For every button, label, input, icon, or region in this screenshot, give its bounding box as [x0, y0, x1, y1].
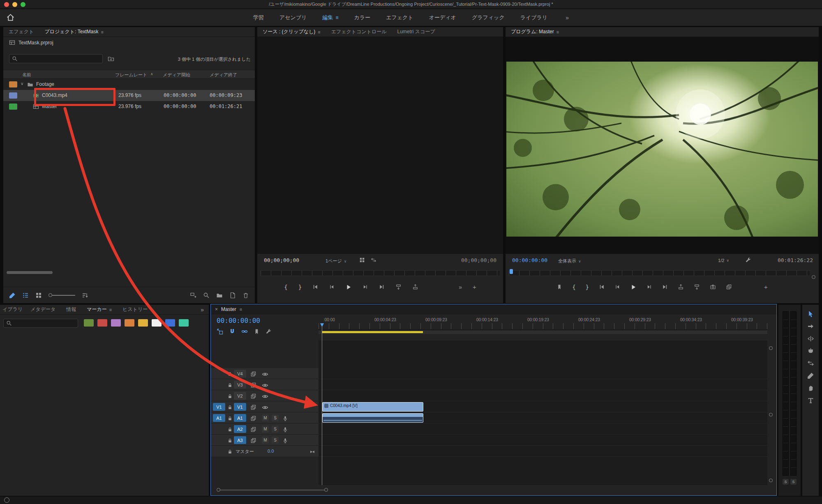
markers-panel-menu-icon[interactable]: ≡: [109, 307, 112, 312]
add-marker-button[interactable]: [556, 284, 562, 290]
step-forward-button[interactable]: [647, 284, 652, 290]
type-tool-icon[interactable]: [807, 397, 814, 404]
program-scrubber[interactable]: [509, 270, 810, 276]
slip-tool-icon[interactable]: [807, 360, 814, 367]
track-name-v2[interactable]: V2: [234, 392, 246, 400]
track-name-a2[interactable]: A2: [234, 425, 246, 433]
meter-solo-right-button[interactable]: S: [790, 479, 797, 485]
track-header-a3[interactable]: A3 M S: [211, 435, 319, 446]
create-bin-from-search-icon[interactable]: [108, 55, 114, 62]
comparison-view-icon[interactable]: [726, 284, 732, 290]
find-icon[interactable]: [203, 292, 210, 299]
automate-to-sequence-icon[interactable]: [190, 292, 196, 299]
solo-button[interactable]: S: [272, 437, 279, 444]
lock-icon[interactable]: [227, 403, 233, 411]
toggle-track-output-eye-icon[interactable]: [262, 392, 268, 400]
lift-button[interactable]: [678, 284, 684, 290]
track-area-bottom-handle[interactable]: [769, 479, 773, 482]
tab-lumetri-scopes[interactable]: Lumetri スコープ: [392, 28, 440, 35]
workspace-tab-assembly[interactable]: アセンブリ: [279, 14, 307, 21]
work-area-bar[interactable]: [319, 331, 767, 334]
sync-lock-icon[interactable]: [250, 370, 256, 377]
workspace-tab-audio[interactable]: オーディオ: [429, 14, 456, 21]
timeline-panel-menu-icon[interactable]: ≡: [240, 307, 242, 312]
toggle-track-output-eye-icon[interactable]: [262, 381, 268, 389]
source-page-dropdown[interactable]: 1ページ ∨: [326, 258, 346, 264]
sync-lock-icon[interactable]: [250, 392, 256, 400]
workspace-tab-color[interactable]: カラー: [354, 14, 371, 21]
transport-overflow-button[interactable]: »: [459, 284, 462, 290]
tab-metadata[interactable]: メタデータ: [25, 306, 61, 313]
video-track-height-handle[interactable]: [769, 346, 773, 350]
workspace-tab-effects[interactable]: エフェクト: [386, 14, 413, 21]
lock-icon[interactable]: [227, 381, 233, 389]
close-sequence-icon[interactable]: ×: [215, 306, 218, 312]
markers-search-input[interactable]: [3, 319, 78, 328]
project-row-footage[interactable]: ∨ Footage: [3, 79, 255, 90]
program-panel-menu-icon[interactable]: ≡: [556, 30, 559, 35]
track-select-forward-tool-icon[interactable]: [807, 323, 814, 330]
timeline-settings-wrench-icon[interactable]: [266, 329, 272, 335]
mute-button[interactable]: M: [262, 414, 269, 421]
track-header-master[interactable]: マスター 0.0: [211, 446, 319, 457]
tab-effects[interactable]: エフェクト: [3, 28, 39, 35]
source-patch-v1[interactable]: V1: [213, 403, 225, 411]
go-to-in-button[interactable]: [312, 284, 319, 290]
track-header-v3[interactable]: V3: [211, 379, 319, 390]
program-scrubber-handle[interactable]: [812, 275, 815, 279]
project-panel-menu-icon[interactable]: ≡: [101, 30, 103, 35]
label-color-chip[interactable]: [9, 104, 17, 110]
voiceover-record-mic-icon[interactable]: [282, 426, 288, 433]
sync-lock-icon[interactable]: [250, 381, 256, 389]
workspace-tab-graphics[interactable]: グラフィック: [472, 14, 505, 21]
item-name[interactable]: Master: [42, 104, 57, 109]
lock-icon[interactable]: [227, 370, 233, 377]
track-header-a1[interactable]: A1 A1 M S: [211, 412, 319, 423]
track-name-a1[interactable]: A1: [234, 414, 246, 422]
solo-button[interactable]: S: [272, 426, 279, 433]
sync-lock-icon[interactable]: [250, 403, 256, 411]
snap-magnet-icon[interactable]: [229, 328, 236, 335]
timeline-audio-clip[interactable]: [322, 413, 423, 423]
timeline-video-clip[interactable]: C0043.mp4 [V]: [322, 402, 423, 412]
zoom-scrollbar-left-handle[interactable]: [217, 488, 220, 492]
playhead-line[interactable]: [322, 326, 322, 485]
go-to-out-button[interactable]: [379, 284, 385, 290]
track-header-a2[interactable]: A2 M S: [211, 423, 319, 435]
source-display-grid-icon[interactable]: [359, 257, 365, 263]
program-playhead[interactable]: [510, 269, 513, 274]
hand-tool-icon[interactable]: [807, 384, 814, 391]
zoom-slider[interactable]: [48, 293, 75, 297]
track-name-v1[interactable]: V1: [234, 403, 246, 411]
insert-button[interactable]: [395, 284, 402, 290]
clear-trash-icon[interactable]: [242, 292, 249, 299]
step-forward-button[interactable]: [363, 284, 368, 290]
column-name[interactable]: 名前: [22, 72, 31, 78]
source-panel-menu-icon[interactable]: ≡: [318, 30, 320, 35]
column-framerate[interactable]: フレームレート: [115, 72, 147, 78]
go-to-in-button[interactable]: [599, 284, 605, 290]
markers-tabs-overflow-button[interactable]: »: [201, 306, 204, 313]
track-name-v3[interactable]: V3: [234, 381, 246, 389]
lock-icon[interactable]: [227, 448, 233, 455]
label-color-chip[interactable]: [9, 92, 17, 99]
lock-icon[interactable]: [227, 414, 233, 422]
tab-project[interactable]: プロジェクト: TextMask ≡: [39, 28, 109, 35]
master-gain-value[interactable]: 0.0: [268, 449, 274, 453]
lock-icon[interactable]: [227, 392, 233, 400]
read-only-toggle-icon[interactable]: [9, 292, 16, 299]
program-resolution-dropdown[interactable]: 1/2 ∨: [718, 258, 729, 263]
mute-button[interactable]: M: [262, 437, 269, 444]
tab-history[interactable]: ヒストリー: [117, 306, 153, 313]
workspace-tab-editing[interactable]: 編集≡: [323, 14, 339, 21]
source-scrubber[interactable]: [261, 270, 500, 276]
nest-toggle-icon[interactable]: [217, 328, 223, 335]
project-search-input[interactable]: [9, 54, 103, 63]
voiceover-record-mic-icon[interactable]: [282, 437, 288, 444]
tab-program[interactable]: プログラム: Master ≡: [506, 28, 564, 35]
source-fit-width-icon[interactable]: [371, 257, 376, 263]
sync-lock-icon[interactable]: [250, 437, 256, 444]
track-header-v4[interactable]: V4: [211, 368, 319, 379]
icon-view-icon[interactable]: [35, 292, 42, 299]
mark-in-button[interactable]: {: [572, 284, 575, 290]
